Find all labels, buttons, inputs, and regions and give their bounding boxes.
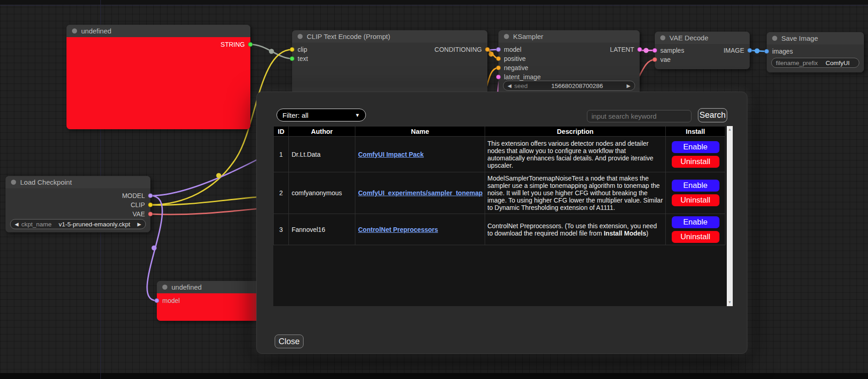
cell-description: ModelSamplerTonemapNoiseTest a node that… — [485, 172, 666, 214]
widget-label: seed — [514, 82, 527, 89]
slot-label: model — [504, 46, 521, 53]
node-title-bar: Load Checkpoint — [6, 176, 150, 188]
input-slot-latent-image[interactable]: latent_image — [496, 73, 541, 81]
custom-nodes-dialog: Filter: all ▼ Search ID Author Name Desc… — [256, 92, 747, 354]
node-title-bar: Save Image — [767, 32, 864, 44]
slot-label: MODEL — [122, 192, 145, 199]
increment-arrow-icon[interactable]: ▶ — [138, 221, 141, 227]
cell-author: comfyanonymous — [289, 172, 355, 214]
input-slot-samples[interactable]: samples — [652, 47, 684, 54]
node-title: VAE Decode — [669, 34, 708, 42]
uninstall-button[interactable]: Uninstall — [672, 156, 719, 168]
decrement-arrow-icon[interactable]: ◀ — [508, 83, 511, 89]
output-slot-model[interactable]: MODEL — [122, 192, 153, 199]
slot-label: IMAGE — [724, 47, 744, 54]
slot-label: LATENT — [610, 46, 634, 53]
filename-prefix-widget[interactable]: filename_prefix ComfyUI — [771, 58, 859, 68]
collapse-dot-icon[interactable] — [162, 285, 167, 290]
link-string-to-text — [250, 44, 292, 59]
input-slot-text[interactable]: text — [290, 55, 308, 62]
slot-dot — [652, 48, 657, 53]
search-button[interactable]: Search — [698, 108, 727, 122]
slot-label: CLIP — [131, 201, 145, 209]
uninstall-button[interactable]: Uninstall — [672, 194, 719, 206]
slot-dot — [496, 56, 501, 61]
ckpt-name-widget[interactable]: ◀ ckpt_name v1-5-pruned-emaonly.ckpt ▶ — [10, 219, 146, 229]
slot-dot — [485, 47, 490, 52]
seed-widget[interactable]: ◀ seed 156680208700286 ▶ — [503, 81, 635, 91]
extensions-table-container: ID Author Name Description Install 1 Dr.… — [273, 126, 733, 306]
filter-selected-value: Filter: all — [282, 111, 309, 119]
slot-dot — [496, 66, 501, 70]
slot-label: negative — [504, 64, 528, 71]
output-slot-image[interactable]: IMAGE — [724, 47, 752, 54]
output-slot-string[interactable]: STRING — [221, 41, 253, 48]
node-body-error: STRING — [66, 37, 250, 129]
node-undefined-top[interactable]: undefined STRING — [66, 25, 250, 129]
collapse-dot-icon[interactable] — [772, 36, 777, 41]
collapse-dot-icon[interactable] — [298, 34, 303, 39]
node-undefined-bottom[interactable]: undefined model — [157, 281, 260, 321]
increment-arrow-icon[interactable]: ▶ — [627, 83, 630, 89]
enable-button[interactable]: Enable — [672, 216, 719, 228]
node-title: undefined — [81, 27, 111, 35]
node-title-bar: KSampler — [498, 30, 640, 43]
input-slot-positive[interactable]: positive — [496, 55, 525, 62]
slot-dot — [290, 56, 294, 61]
cell-id: 2 — [274, 172, 289, 214]
input-slot-negative[interactable]: negative — [496, 64, 528, 71]
collapse-dot-icon[interactable] — [72, 28, 77, 33]
collapse-dot-icon[interactable] — [660, 35, 665, 40]
input-slot-clip[interactable]: clip — [290, 46, 307, 53]
output-slot-clip[interactable]: CLIP — [131, 201, 153, 209]
extension-link[interactable]: ComfyUI_experiments/sampler_tonemap — [358, 189, 483, 197]
header-description: Description — [485, 126, 666, 137]
output-slot-vae[interactable]: VAE — [133, 210, 153, 218]
search-input[interactable] — [587, 110, 691, 122]
node-title-bar: undefined — [66, 25, 250, 37]
collapse-dot-icon[interactable] — [504, 34, 509, 39]
node-clip-text-encode[interactable]: CLIP Text Encode (Prompt) clip text COND… — [292, 30, 487, 99]
scroll-up-icon[interactable]: ▲ — [727, 127, 733, 132]
cell-author: Dr.Lt.Data — [289, 137, 355, 172]
collapse-dot-icon[interactable] — [11, 180, 16, 185]
close-button[interactable]: Close — [275, 335, 304, 348]
extension-link[interactable]: ComfyUI Impact Pack — [358, 151, 424, 158]
slot-label: clip — [298, 46, 307, 53]
widget-value: v1-5-pruned-emaonly.ckpt — [55, 221, 135, 228]
header-id: ID — [274, 126, 289, 137]
enable-button[interactable]: Enable — [672, 141, 719, 153]
slot-label: latent_image — [504, 73, 541, 81]
node-title-bar: undefined — [157, 281, 260, 293]
output-slot-latent[interactable]: LATENT — [610, 46, 642, 53]
uninstall-button[interactable]: Uninstall — [672, 231, 719, 243]
input-slot-vae[interactable]: vae — [652, 56, 671, 63]
node-title-bar: CLIP Text Encode (Prompt) — [292, 30, 487, 43]
node-title: Load Checkpoint — [20, 178, 72, 186]
slot-label: positive — [504, 55, 525, 62]
scroll-down-icon[interactable]: ▼ — [727, 300, 733, 305]
slot-label: vae — [660, 56, 671, 63]
header-name: Name — [355, 126, 485, 137]
node-load-checkpoint[interactable]: Load Checkpoint MODEL CLIP VAE ◀ ckpt_na… — [6, 176, 150, 232]
input-slot-model[interactable]: model — [496, 46, 521, 53]
slot-dot — [637, 47, 642, 52]
slot-dot — [290, 47, 294, 52]
cell-description: ControlNet Preprocessors. (To use this e… — [485, 214, 666, 245]
node-vae-decode[interactable]: VAE Decode samples vae IMAGE — [655, 32, 750, 69]
node-ksampler[interactable]: KSampler model positive negative latent_… — [498, 30, 640, 94]
extension-link[interactable]: ControlNet Preprocessors — [358, 226, 438, 233]
node-save-image[interactable]: Save Image images filename_prefix ComfyU… — [767, 32, 864, 72]
chevron-down-icon: ▼ — [355, 112, 360, 118]
input-slot-model[interactable]: model — [155, 297, 180, 304]
node-title: CLIP Text Encode (Prompt) — [307, 33, 390, 40]
table-scrollbar[interactable]: ▲ ▼ — [727, 126, 733, 306]
comfyui-canvas[interactable]: undefined STRING CLIP Text Encode (Promp… — [0, 0, 868, 379]
decrement-arrow-icon[interactable]: ◀ — [15, 221, 18, 227]
output-slot-conditioning[interactable]: CONDITIONING — [435, 46, 490, 53]
filter-dropdown[interactable]: Filter: all ▼ — [276, 109, 366, 121]
enable-button[interactable]: Enable — [672, 180, 719, 192]
input-slot-images[interactable]: images — [764, 48, 793, 55]
extensions-table: ID Author Name Description Install 1 Dr.… — [273, 126, 725, 245]
slot-dot — [148, 193, 153, 198]
